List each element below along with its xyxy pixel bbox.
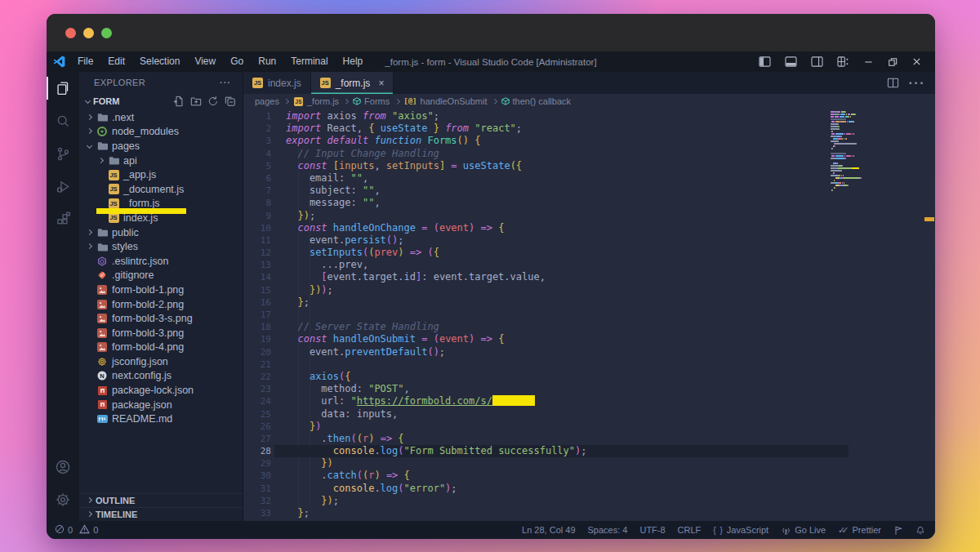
- activity-source-control-icon[interactable]: [47, 137, 79, 170]
- layout-sidebar-left-icon[interactable]: [759, 56, 771, 67]
- minimap[interactable]: [831, 111, 888, 192]
- layout-sidebar-right-icon[interactable]: [811, 56, 823, 67]
- code-line-32[interactable]: 32 });: [243, 495, 935, 507]
- file-tree-item-form-bold-4-png[interactable]: form-bold-4.png: [79, 341, 243, 355]
- more-actions-icon[interactable]: ···: [909, 76, 925, 91]
- status-bell[interactable]: [915, 525, 925, 536]
- mac-close-button[interactable]: [65, 28, 76, 38]
- mac-zoom-button[interactable]: [101, 28, 112, 38]
- activity-search-icon[interactable]: [47, 105, 79, 137]
- code-line-23[interactable]: 23 method: "POST",: [243, 383, 935, 395]
- menu-terminal[interactable]: Terminal: [283, 51, 335, 72]
- file-tree-item-package-lock-json[interactable]: package-lock.json: [79, 383, 243, 398]
- file-tree-item-next-config-js[interactable]: Nnext.config.js: [79, 369, 243, 384]
- code-line-24[interactable]: 24 url: "https://formbold.com/s/: [243, 395, 935, 407]
- code-line-31[interactable]: 31 console.log("error");: [243, 483, 935, 495]
- problems-indicator[interactable]: 0 0: [55, 524, 98, 536]
- file-tree-item-jsconfig-json[interactable]: jsconfig.json: [79, 354, 243, 369]
- activity-explorer-icon[interactable]: [47, 72, 79, 105]
- mac-minimize-button[interactable]: [83, 28, 94, 38]
- status-javascript[interactable]: { }JavaScript: [713, 525, 768, 535]
- file-tree-item-form-bold-3-png[interactable]: form-bold-3.png: [79, 326, 243, 341]
- code-line-25[interactable]: 25 data: inputs,: [243, 408, 935, 421]
- layout-customize-icon[interactable]: [837, 56, 849, 67]
- folder-section-header[interactable]: FORM: [79, 93, 243, 109]
- status-prettier[interactable]: ✓✓Prettier: [838, 525, 881, 536]
- code-line-15[interactable]: 15 }));: [243, 284, 935, 296]
- file-tree-item-form-bold-3-s-png[interactable]: form-bold-3-s.png: [79, 311, 243, 326]
- restore-icon[interactable]: [888, 57, 898, 67]
- file-tree-item--next[interactable]: .next: [79, 110, 243, 125]
- menu-help[interactable]: Help: [336, 51, 371, 72]
- status-pennant[interactable]: [893, 525, 903, 536]
- activity-settings-icon[interactable]: [47, 483, 79, 516]
- breadcrumb-item[interactable]: pages: [255, 96, 279, 106]
- menu-edit[interactable]: Edit: [100, 51, 132, 72]
- file-tree-item--eslintrc-json[interactable]: .eslintrc.json: [79, 254, 243, 269]
- code-line-11[interactable]: 11 event.persist();: [243, 234, 935, 247]
- explorer-more-icon[interactable]: ···: [220, 78, 231, 87]
- file-tree-item-styles[interactable]: styles: [79, 239, 243, 254]
- menu-view[interactable]: View: [187, 51, 223, 72]
- status-utf-8[interactable]: UTF-8: [639, 525, 665, 535]
- breadcrumb-item[interactable]: Forms: [353, 96, 390, 106]
- code-line-10[interactable]: 10 const handleOnChange = (event) => {: [243, 222, 935, 234]
- split-editor-icon[interactable]: [887, 77, 899, 89]
- menu-file[interactable]: File: [70, 51, 100, 72]
- breadcrumb-item[interactable]: [@]handleOnSubmit: [403, 96, 487, 106]
- code-line-26[interactable]: 26 }): [243, 421, 935, 433]
- code-line-28[interactable]: 28 console.log("Form Submitted successfu…: [243, 445, 935, 457]
- code-line-8[interactable]: 8 message: "",: [243, 197, 935, 209]
- menu-run[interactable]: Run: [251, 51, 283, 72]
- file-tree-item-package-json[interactable]: package.json: [79, 398, 243, 412]
- activity-account-icon[interactable]: [47, 451, 79, 483]
- code-line-17[interactable]: 17: [243, 309, 935, 321]
- code-line-19[interactable]: 19 const handleOnSubmit = (event) => {: [243, 333, 935, 345]
- outline-section[interactable]: OUTLINE: [79, 493, 243, 507]
- status-spaces-4[interactable]: Spaces: 4: [588, 525, 628, 535]
- menu-selection[interactable]: Selection: [132, 51, 187, 72]
- tab--form-js[interactable]: JS_form.js×: [311, 72, 394, 94]
- code-line-21[interactable]: 21: [243, 358, 935, 371]
- menu-go[interactable]: Go: [223, 51, 251, 72]
- breadcrumb-item[interactable]: JS_form.js: [293, 96, 339, 107]
- code-line-14[interactable]: 14 [event.target.id]: event.target.value…: [243, 271, 935, 283]
- code-editor[interactable]: 1import axios from "axios";2import React…: [243, 109, 935, 521]
- status-crlf[interactable]: CRLF: [678, 525, 702, 535]
- status-ln-28-col-49[interactable]: Ln 28, Col 49: [522, 525, 575, 535]
- close-icon[interactable]: ×: [378, 78, 384, 89]
- file-tree-item-readme-md[interactable]: README.md: [79, 412, 243, 426]
- code-line-33[interactable]: 33 };: [243, 507, 935, 519]
- code-line-13[interactable]: 13 ...prev,: [243, 259, 935, 271]
- file-tree-item--app-js[interactable]: JS_app.js: [79, 167, 243, 182]
- breadcrumb-item[interactable]: then() callback: [501, 96, 572, 106]
- new-folder-icon[interactable]: [190, 96, 202, 107]
- file-tree-item-form-bold-2-png[interactable]: form-bold-2.png: [79, 297, 243, 312]
- code-line-16[interactable]: 16 };: [243, 296, 935, 309]
- refresh-icon[interactable]: [207, 96, 219, 107]
- activity-run-debug-icon[interactable]: [47, 170, 79, 203]
- new-file-icon[interactable]: [173, 96, 185, 107]
- timeline-section[interactable]: TIMELINE: [79, 507, 243, 521]
- layout-panel-icon[interactable]: [785, 56, 797, 67]
- minimize-icon[interactable]: [863, 56, 874, 67]
- tab-index-js[interactable]: JSindex.js: [243, 72, 311, 94]
- code-line-30[interactable]: 30 .catch((r) => {: [243, 470, 935, 482]
- code-line-27[interactable]: 27 .then((r) => {: [243, 433, 935, 445]
- file-tree-item-pages[interactable]: pages: [79, 139, 243, 154]
- file-tree-item-node-modules[interactable]: node_modules: [79, 125, 243, 140]
- close-icon[interactable]: [911, 56, 922, 67]
- file-tree-item--document-js[interactable]: JS_document.js: [79, 182, 243, 197]
- file-tree-item-public[interactable]: public: [79, 225, 243, 240]
- code-line-18[interactable]: 18 // Server State Handling: [243, 321, 935, 333]
- code-line-22[interactable]: 22 axios({: [243, 371, 935, 383]
- code-line-12[interactable]: 12 setInputs((prev) => ({: [243, 247, 935, 259]
- status-go-live[interactable]: Go Live: [781, 525, 826, 536]
- file-tree-item-form-bold-1-png[interactable]: form-bold-1.png: [79, 283, 243, 297]
- code-line-20[interactable]: 20 event.preventDefault();: [243, 346, 935, 358]
- code-line-9[interactable]: 9 });: [243, 210, 935, 222]
- file-tree-item-api[interactable]: api: [79, 154, 243, 168]
- activity-extensions-icon[interactable]: [47, 203, 79, 235]
- collapse-all-icon[interactable]: [225, 96, 236, 107]
- file-tree-item--gitignore[interactable]: .gitignore: [79, 269, 243, 283]
